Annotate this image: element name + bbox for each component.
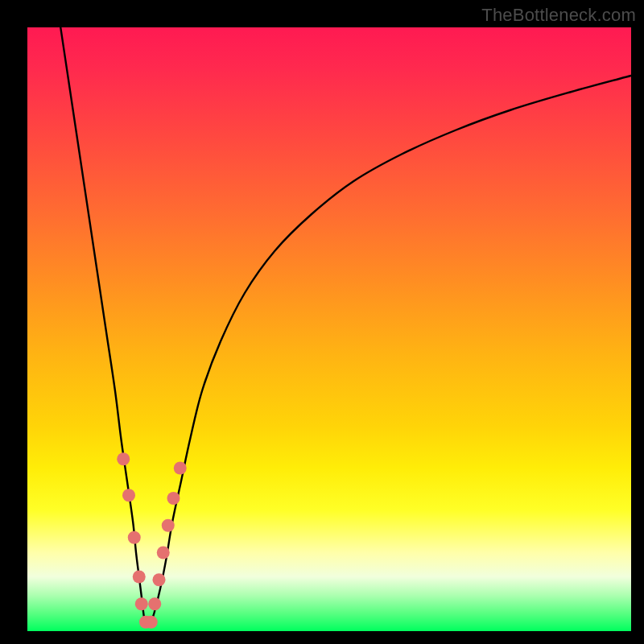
- marker-dot: [128, 531, 141, 544]
- marker-dot: [153, 573, 166, 586]
- marker-dot: [167, 492, 180, 505]
- marker-dot: [122, 489, 135, 502]
- marker-dot: [162, 519, 175, 532]
- chart-svg: [27, 27, 631, 631]
- marker-dot: [117, 452, 130, 465]
- plot-area: [27, 27, 631, 631]
- watermark-text: TheBottleneck.com: [481, 5, 636, 26]
- curve-right-branch: [151, 76, 631, 623]
- marker-dot: [133, 571, 146, 584]
- curve-layer: [60, 27, 631, 626]
- chart-frame: TheBottleneck.com: [0, 0, 644, 644]
- marker-dot: [135, 597, 148, 610]
- marker-dot: [174, 462, 187, 475]
- marker-dot: [148, 597, 161, 610]
- marker-dot: [145, 616, 158, 629]
- marker-dot: [157, 547, 170, 559]
